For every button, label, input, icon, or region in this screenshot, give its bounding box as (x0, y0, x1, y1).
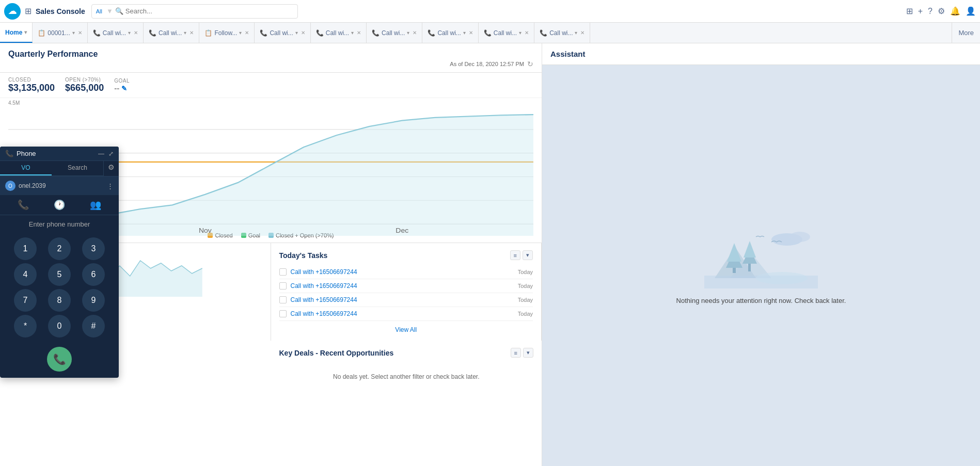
phone-number-display: Enter phone number (0, 215, 119, 233)
tab-callwi-1-chevron[interactable]: ▾ (128, 30, 131, 36)
keypad-btn-9[interactable]: 9 (82, 289, 105, 312)
refresh-button[interactable]: ↻ (527, 60, 533, 68)
phone-expand-btn[interactable]: ⤢ (108, 150, 114, 157)
key-deals-title: Key Deals - Recent Opportunities (279, 349, 394, 357)
keypad-btn-7[interactable]: 7 (14, 289, 37, 312)
svg-marker-15 (727, 243, 741, 262)
no-deals-message: No deals yet. Select another filter or c… (279, 363, 534, 391)
more-tabs-button[interactable]: More (952, 23, 980, 43)
tab-callwi-1-icon: 📞 (93, 29, 101, 37)
tab-callwi-8-close[interactable]: ✕ (580, 30, 584, 36)
svg-point-10 (789, 232, 810, 242)
tab-follow-chevron[interactable]: ▾ (239, 30, 242, 36)
tab-callwi-3[interactable]: 📞 Call wi... ▾ ✕ (255, 23, 310, 43)
tab-callwi-6-close[interactable]: ✕ (469, 30, 473, 36)
tasks-controls: ≡ ▾ (510, 250, 533, 260)
task-2-name[interactable]: Call with +16506697244 (291, 282, 357, 290)
tab-callwi-2-chevron[interactable]: ▾ (184, 30, 186, 36)
tab-callwi-4[interactable]: 📞 Call wi... ▾ ✕ (311, 23, 367, 43)
phone-header: 📞 Phone — ⤢ (0, 147, 119, 161)
tab-callwi-3-close[interactable]: ✕ (301, 30, 305, 36)
phone-minimize-btn[interactable]: — (98, 150, 104, 157)
tab-follow[interactable]: 📋 Follow... ▾ ✕ (199, 23, 255, 43)
user-avatar[interactable]: 👤 (966, 6, 976, 16)
tab-callwi-5[interactable]: 📞 Call wi... ▾ ✕ (367, 23, 422, 43)
tab-callwi-8-chevron[interactable]: ▾ (575, 30, 577, 36)
add-widget-icon[interactable]: ⊞ (906, 6, 913, 16)
keypad-btn-5[interactable]: 5 (48, 263, 71, 286)
tab-callwi-4-close[interactable]: ✕ (357, 30, 361, 36)
tab-00001-icon: 📋 (38, 29, 45, 37)
phone-contacts-icon[interactable]: 👥 (90, 199, 101, 211)
notifications-icon[interactable]: 🔔 (950, 6, 960, 16)
svg-text:Dec: Dec (396, 227, 408, 234)
task-1-left: Call with +16506697244 (279, 268, 357, 276)
keypad-btn-star[interactable]: * (14, 315, 37, 338)
tab-callwi-2[interactable]: 📞 Call wi... ▾ ✕ (144, 23, 199, 43)
tab-callwi-6[interactable]: 📞 Call wi... ▾ ✕ (422, 23, 478, 43)
phone-call-icon[interactable]: 📞 (18, 199, 29, 211)
phone-tab-vo[interactable]: VO (0, 161, 52, 175)
tab-home-chevron[interactable]: ▾ (24, 29, 27, 35)
task-3-checkbox[interactable] (279, 296, 287, 303)
phone-settings-btn[interactable]: ⚙ (103, 161, 119, 176)
phone-more-icon[interactable]: ⋮ (107, 182, 114, 190)
apps-grid-icon[interactable]: ⊞ (25, 6, 31, 16)
tab-callwi-2-close[interactable]: ✕ (189, 30, 194, 36)
goal-edit-icon[interactable]: ✎ (121, 85, 127, 92)
task-3-date: Today (518, 297, 533, 303)
phone-tab-search[interactable]: Search (52, 161, 103, 175)
help-icon[interactable]: ? (928, 7, 932, 16)
search-filter-dropdown[interactable]: All (96, 8, 102, 14)
key-deals-sort-btn[interactable]: ▾ (523, 348, 533, 358)
keypad-btn-3[interactable]: 3 (82, 237, 105, 260)
tab-home[interactable]: Home ▾ (0, 23, 33, 43)
tab-callwi-7[interactable]: 📞 Call wi... ▾ ✕ (479, 23, 534, 43)
tab-00001-close[interactable]: ✕ (78, 30, 82, 36)
keypad-row-1: 1 2 3 (8, 237, 110, 260)
tab-callwi-1[interactable]: 📞 Call wi... ▾ ✕ (88, 23, 144, 43)
tab-callwi-4-chevron[interactable]: ▾ (351, 30, 354, 36)
task-4-name[interactable]: Call with +16506697244 (291, 310, 357, 317)
keypad-btn-6[interactable]: 6 (82, 263, 105, 286)
top-navigation: ☁ ⊞ Sales Console All ▼ 🔍 ⊞ + ? ⚙ 🔔 👤 (0, 0, 980, 23)
task-4-checkbox[interactable] (279, 310, 287, 317)
task-3-left: Call with +16506697244 (279, 296, 357, 303)
task-3-name[interactable]: Call with +16506697244 (291, 296, 357, 303)
tab-callwi-6-chevron[interactable]: ▾ (463, 30, 466, 36)
task-4-date: Today (518, 311, 533, 317)
tab-callwi-4-label: Call wi... (326, 29, 349, 37)
task-1-name[interactable]: Call with +16506697244 (291, 268, 357, 276)
tab-callwi-3-label: Call wi... (270, 29, 293, 37)
tab-follow-icon: 📋 (204, 29, 212, 37)
task-1-checkbox[interactable] (279, 268, 287, 276)
keypad-btn-4[interactable]: 4 (14, 263, 37, 286)
tab-callwi-5-chevron[interactable]: ▾ (407, 30, 409, 36)
tasks-filter-btn[interactable]: ≡ (510, 250, 520, 260)
tab-callwi-7-close[interactable]: ✕ (525, 30, 529, 36)
main-layout: 📞 Phone — ⤢ VO Search ⚙ O onel.2039 (0, 43, 980, 466)
tab-00001-chevron[interactable]: ▾ (72, 30, 75, 36)
keypad-btn-1[interactable]: 1 (14, 237, 37, 260)
keypad-btn-8[interactable]: 8 (48, 289, 71, 312)
tab-follow-close[interactable]: ✕ (245, 30, 249, 36)
keypad-btn-hash[interactable]: # (82, 315, 105, 338)
tab-00001[interactable]: 📋 00001... ▾ ✕ (33, 23, 87, 43)
keypad-btn-2[interactable]: 2 (48, 237, 71, 260)
key-deals-filter-btn[interactable]: ≡ (511, 348, 521, 358)
tab-callwi-8[interactable]: 📞 Call wi... ▾ ✕ (534, 23, 590, 43)
tab-callwi-1-close[interactable]: ✕ (134, 30, 138, 36)
tasks-view-all[interactable]: View All (279, 321, 533, 333)
plus-icon[interactable]: + (918, 7, 923, 16)
tasks-sort-btn[interactable]: ▾ (523, 250, 533, 260)
task-2-checkbox[interactable] (279, 282, 287, 290)
tab-callwi-5-close[interactable]: ✕ (413, 30, 417, 36)
keypad-btn-0[interactable]: 0 (48, 315, 71, 338)
tab-callwi-7-chevron[interactable]: ▾ (519, 30, 521, 36)
settings-icon[interactable]: ⚙ (938, 6, 945, 16)
call-button[interactable]: 📞 (47, 347, 72, 372)
phone-history-icon[interactable]: 🕐 (54, 199, 65, 211)
search-input[interactable] (125, 7, 293, 15)
tab-callwi-3-chevron[interactable]: ▾ (295, 30, 298, 36)
left-panel: 📞 Phone — ⤢ VO Search ⚙ O onel.2039 (0, 43, 542, 466)
